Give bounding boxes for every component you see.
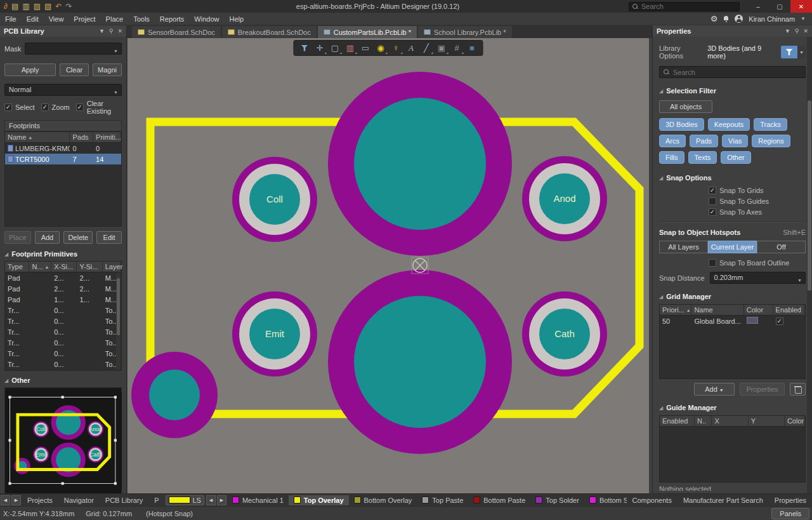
paste-icon[interactable]: ▣: [435, 41, 449, 55]
column-header-enabled[interactable]: Enabled: [773, 305, 805, 315]
undo-icon[interactable]: ↶: [55, 3, 62, 10]
save-all-icon[interactable]: ▥: [22, 3, 29, 10]
footprint-row-tcrt5000[interactable]: TCRT5000714: [5, 154, 121, 164]
mask-dropdown[interactable]: [25, 43, 122, 55]
filter-chip-vias[interactable]: Vias: [722, 135, 748, 147]
panel-tabs-scroll-right-icon[interactable]: ▶: [11, 495, 21, 505]
properties-search-box[interactable]: [659, 66, 806, 78]
guide-manager-section-header[interactable]: ◢ Guide Manager: [659, 404, 806, 411]
segment-all-layers[interactable]: All Layers: [659, 241, 708, 253]
panel-tab-properties[interactable]: Properties: [769, 495, 812, 505]
close-button[interactable]: ✕: [790, 0, 812, 13]
doc-tab-custompartslib-pcblib[interactable]: CustomPartsLib.PcbLib *: [318, 26, 417, 38]
place-button[interactable]: Place: [4, 231, 31, 244]
snap-distance-dropdown[interactable]: 0.203mm: [710, 272, 806, 284]
column-header-enabled[interactable]: Enabled: [660, 416, 695, 426]
global-search-box[interactable]: [629, 2, 740, 11]
snap-board-outline-checkbox[interactable]: Snap To Board Outline: [709, 259, 806, 267]
user-avatar[interactable]: [735, 15, 743, 23]
column-header-x[interactable]: X: [712, 416, 748, 426]
board-drawing[interactable]: CollAnodEmitCath: [128, 38, 649, 493]
grid-row-global-board[interactable]: 50Global Board...✓: [660, 316, 805, 326]
column-header-color[interactable]: Color: [785, 416, 805, 426]
list-mode-dropdown[interactable]: Normal: [4, 84, 122, 96]
column-header-y-si[interactable]: Y-Si...: [77, 262, 102, 272]
footprint-row-lumberg-krm08[interactable]: LUMBERG-KRM0800: [5, 143, 121, 154]
open-project-icon[interactable]: ▧: [44, 3, 51, 10]
grid-enabled-checkbox[interactable]: ✓: [776, 317, 783, 325]
open-icon[interactable]: ▨: [34, 3, 41, 10]
layer-tab-bottom-paste[interactable]: Bottom Paste: [468, 495, 530, 505]
panel-tab-manufacturer-part-search[interactable]: Manufacturer Part Search: [678, 495, 769, 505]
checkbox-snap-to-axes[interactable]: ✓Snap To Axes: [709, 208, 806, 216]
magnify-button[interactable]: Magni: [93, 63, 122, 76]
filter-chip-pads[interactable]: Pads: [690, 135, 718, 147]
clear-button[interactable]: Clear: [60, 63, 89, 76]
object-filter-chevron-down-icon[interactable]: ▼: [797, 46, 806, 58]
column-header-x-si[interactable]: X-Si...: [51, 262, 77, 272]
layer-tab-bottom-solder[interactable]: Bottom Solder: [584, 495, 627, 505]
column-header-name[interactable]: Name▲: [5, 132, 70, 142]
layer-tab-top-solder[interactable]: Top Solder: [530, 495, 584, 505]
filter-chip-tracks[interactable]: Tracks: [754, 118, 787, 131]
global-search-input[interactable]: [641, 3, 736, 11]
menu-edit[interactable]: Edit: [22, 13, 44, 25]
panels-button[interactable]: Panels: [771, 508, 809, 519]
grid-delete-button[interactable]: [790, 383, 806, 396]
layer-tabs-scroll-left-icon[interactable]: ◀: [206, 495, 216, 505]
snap-options-section-header[interactable]: ◢ Snap Options: [659, 174, 806, 182]
primitive-row[interactable]: Pad1...1...M...: [5, 294, 121, 305]
checkbox-snap-to-guides[interactable]: Snap To Guides: [709, 197, 806, 205]
select-area-icon[interactable]: ▢: [328, 41, 343, 55]
add-button[interactable]: Add: [35, 231, 60, 244]
doc-tab-breakoutboard-schdoc[interactable]: BreakoutBoard.SchDoc: [222, 26, 317, 38]
panel-tab-components[interactable]: Components: [627, 495, 678, 505]
column-header-priori[interactable]: Priori...▲: [660, 305, 691, 315]
primitives-scrollbar[interactable]: [116, 273, 121, 370]
menu-project[interactable]: Project: [69, 13, 100, 25]
panel-tabs-scroll-left-icon[interactable]: ◀: [1, 495, 10, 505]
filter-chip-texts[interactable]: Texts: [688, 151, 717, 164]
segment-off[interactable]: Off: [757, 241, 806, 253]
panel-pin-icon[interactable]: ⚲: [795, 28, 799, 34]
primitive-row[interactable]: Pad2...2...M...: [5, 272, 121, 283]
column-header-n[interactable]: N..: [695, 416, 712, 426]
column-header-pads[interactable]: Pads: [70, 132, 93, 142]
dimension-icon[interactable]: #: [450, 41, 464, 55]
menu-help[interactable]: Help: [224, 13, 249, 25]
menu-window[interactable]: Window: [189, 13, 224, 25]
layer-tab-top-paste[interactable]: Top Paste: [417, 495, 468, 505]
object-filter-button[interactable]: [781, 46, 797, 58]
grid-properties-button[interactable]: Properties: [740, 383, 785, 396]
grid-manager-section-header[interactable]: ◢ Grid Manager: [659, 293, 806, 300]
menu-place[interactable]: Place: [101, 13, 129, 25]
redo-icon[interactable]: ↷: [65, 3, 72, 10]
filter-chip-3d-bodies[interactable]: 3D Bodies: [659, 118, 704, 131]
panel-tab-p[interactable]: P: [148, 495, 164, 505]
filter-chip-keepouts[interactable]: Keepouts: [708, 118, 750, 131]
column-header-primiti[interactable]: Primiti...: [93, 132, 121, 142]
layer-sets-button[interactable]: LS: [192, 497, 200, 504]
panel-close-icon[interactable]: ✕: [117, 28, 122, 34]
settings-gear-icon[interactable]: ⚙: [710, 14, 718, 23]
panel-dropdown-icon[interactable]: ▼: [99, 28, 105, 34]
panel-pin-icon[interactable]: ⚲: [109, 28, 114, 34]
all-objects-button[interactable]: All objects: [659, 100, 712, 113]
graph-icon[interactable]: ▥: [343, 41, 358, 55]
maximize-button[interactable]: ▢: [769, 0, 790, 13]
user-name[interactable]: Kiran Chinnam: [749, 15, 795, 23]
filter-chip-regions[interactable]: Regions: [752, 135, 790, 147]
current-layer-chip[interactable]: LS: [166, 495, 204, 505]
component-icon[interactable]: ▭: [358, 41, 373, 55]
minimize-button[interactable]: –: [747, 0, 769, 13]
checkbox-snap-to-grids[interactable]: ✓Snap To Grids: [709, 187, 806, 194]
line-icon[interactable]: ╱: [419, 41, 434, 55]
menu-tools[interactable]: Tools: [128, 13, 155, 25]
checkbox-clear-existing[interactable]: ✓Clear Existing: [76, 100, 122, 115]
checkbox-zoom[interactable]: ✓Zoom: [41, 103, 70, 111]
column-header-y[interactable]: Y: [749, 416, 785, 426]
filter-chip-other[interactable]: Other: [721, 151, 751, 164]
edit-button[interactable]: Edit: [96, 231, 122, 244]
save-icon[interactable]: ▤: [11, 3, 18, 10]
column-header-n[interactable]: N...▲: [29, 262, 51, 272]
